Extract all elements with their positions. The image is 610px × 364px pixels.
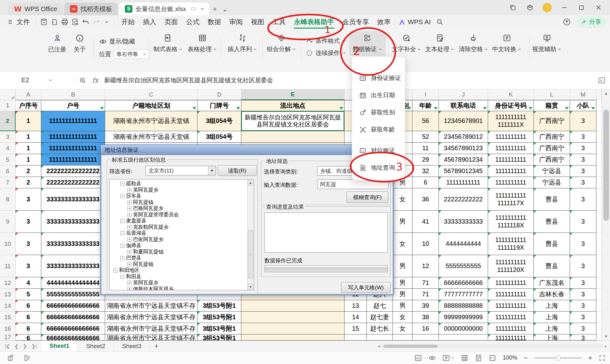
menu-item-获取年龄[interactable]: 获取年龄 <box>352 121 405 138</box>
tree-item-伊斯拉木阿瓦提乡[interactable]: +伊斯拉木阿瓦提乡 <box>111 286 253 291</box>
hscroll-left-icon[interactable]: ◂ <box>378 344 380 348</box>
cell-J5[interactable]: 45678901234 <box>439 154 488 165</box>
cell-K2[interactable]: 1111111111 1111111X <box>488 111 534 131</box>
minimize-button[interactable] <box>558 2 571 13</box>
tree-item-阿瓦提镇[interactable]: +阿瓦提镇 <box>111 199 253 206</box>
cell-M9[interactable]: 3 <box>570 211 596 233</box>
new-tab-button[interactable]: + <box>210 5 219 13</box>
table-process-button[interactable]: 表格处理 <box>188 34 217 53</box>
cell-J16[interactable]: 00000000000 <box>439 323 488 334</box>
menu-tab-开始[interactable]: 开始 <box>117 15 139 29</box>
cell-J7[interactable]: 11111111111 <box>439 177 488 188</box>
cell-M17[interactable]: 3 <box>570 334 596 340</box>
cell-I7[interactable]: 6 <box>412 177 439 188</box>
cell-A5[interactable]: 1 <box>16 154 41 165</box>
cell-n3[interactable] <box>596 131 602 143</box>
cell-B1[interactable]: 户号 <box>41 100 105 111</box>
insert-sequence-button[interactable]: 插入序列 <box>228 34 257 53</box>
cell-L1[interactable]: 籍贯 <box>534 100 570 111</box>
filter-arrow-icon[interactable] <box>591 107 595 110</box>
cell-L7[interactable]: 宁远县 <box>534 177 570 188</box>
row-header-5[interactable]: 5 <box>0 154 16 165</box>
expand-box-icon[interactable]: + <box>127 206 131 211</box>
cell-B6[interactable]: 222222222222222 <box>41 165 105 177</box>
cell-J17[interactable] <box>439 334 488 340</box>
collapse-box-icon[interactable]: − <box>120 182 124 186</box>
data-validate-button[interactable]: 数据验证 <box>349 31 386 56</box>
fullscreen-icon[interactable] <box>599 354 606 361</box>
cell-I16[interactable]: 16 <box>412 323 439 334</box>
redo-icon[interactable] <box>91 17 101 27</box>
row-header-15[interactable]: 15 <box>0 312 16 323</box>
row-header-9[interactable]: 9 <box>0 211 16 233</box>
region-tree[interactable]: −疏勒县+英阿瓦提乡−莎车县+阿瓦提镇+巴格阿瓦提乡+英阿瓦提管理委员会−麦盖提… <box>109 179 254 290</box>
cell-J12[interactable]: 66666666666 <box>439 277 488 289</box>
cell-M8[interactable]: 3 <box>570 188 596 211</box>
cell-K3[interactable]: 1111111111 <box>488 131 534 143</box>
vertical-scrollbar[interactable]: ▲▼ <box>602 89 610 340</box>
cell-K11[interactable]: 1111111111 1111120X <box>488 255 534 277</box>
clear-space-button[interactable]: 清除空格 <box>459 34 488 53</box>
cell-H9[interactable]: 男 <box>393 211 412 233</box>
cell-K6[interactable]: 1111111111 <box>488 165 534 177</box>
cell-D17[interactable]: 3组53号附1 <box>198 334 241 340</box>
cell-D3[interactable]: 3组054号 <box>198 131 241 143</box>
province-combo[interactable]: 北京市(11)▼ <box>145 166 216 175</box>
column-header-I[interactable]: I <box>412 89 439 100</box>
cell-n2[interactable] <box>596 111 602 131</box>
cell-I5[interactable]: 29 <box>412 154 439 165</box>
last-sheet-icon[interactable]: ❯| <box>30 343 38 349</box>
zoom-slider[interactable] <box>534 357 582 359</box>
tree-item-麦盖提县[interactable]: −麦盖提县 <box>111 218 253 224</box>
sheet-tab-Sheet1[interactable]: Sheet1 <box>41 340 78 351</box>
cell-M12[interactable]: 3 <box>570 277 596 289</box>
expand-box-icon[interactable]: + <box>127 262 131 266</box>
filter-arrow-icon[interactable] <box>192 107 196 110</box>
cell-n1[interactable] <box>596 100 602 111</box>
cell-B2[interactable]: 111111111111111 <box>41 111 105 131</box>
add-sheet-button[interactable]: + <box>150 342 163 350</box>
cell-B10[interactable]: 333333333333333 <box>41 233 105 255</box>
cell-A11[interactable]: 3 <box>16 255 41 277</box>
vscroll-down-icon[interactable]: ▼ <box>602 332 610 340</box>
cell-F17[interactable] <box>345 334 367 340</box>
cell-A8[interactable]: 3 <box>16 188 41 211</box>
cell-B16[interactable]: 666666666666666 <box>41 323 105 334</box>
cell-C14[interactable]: 湖南省永州市宁远县天堂镇不存 <box>105 300 198 312</box>
cell-M15[interactable]: 3 <box>570 312 596 323</box>
cell-I4[interactable]: 11 <box>412 143 439 154</box>
row-header-2[interactable]: 2 <box>0 111 16 131</box>
tree-item-巴依阿瓦提乡[interactable]: +巴依阿瓦提乡 <box>111 237 253 243</box>
search-icon[interactable] <box>434 17 445 27</box>
menu-item-获取性别[interactable]: 获取性别 <box>352 104 405 121</box>
select-all-corner[interactable] <box>0 89 16 100</box>
cell-D16[interactable]: 3组53号附1 <box>198 323 241 334</box>
user-avatar[interactable] <box>541 2 553 13</box>
dialog-title[interactable]: 地址信息验证 <box>101 145 393 155</box>
cell-M1[interactable]: 小队 <box>570 100 596 111</box>
cell-J13[interactable]: 77777777777 <box>439 289 488 300</box>
cell-n8[interactable] <box>596 188 602 211</box>
wps-ai-button[interactable]: WPS AI <box>395 18 434 26</box>
cell-I2[interactable]: 56 <box>412 111 439 131</box>
cell-n14[interactable] <box>596 300 602 312</box>
cell-E17[interactable] <box>241 334 345 340</box>
menu-item-出生日期[interactable]: 出生日期 <box>352 87 405 104</box>
cell-H16[interactable]: 女 <box>393 323 412 334</box>
cell-n11[interactable] <box>596 255 602 277</box>
cell-D14[interactable]: 3组53号附1 <box>198 300 241 312</box>
cell-M11[interactable]: 3 <box>570 255 596 277</box>
tree-item-伽师县[interactable]: −伽师县 <box>111 243 253 249</box>
cell-M6[interactable]: 3 <box>570 165 596 177</box>
cell-L15[interactable]: 上海 <box>534 312 570 323</box>
cell-M2[interactable]: 3 <box>570 111 596 131</box>
menu-tab-视图[interactable]: 视图 <box>247 15 268 29</box>
cell-K14[interactable]: 1111111111 <box>488 300 534 312</box>
cell-n10[interactable] <box>596 233 602 255</box>
row-header-10[interactable]: 10 <box>0 233 16 255</box>
cell-J14[interactable]: 88888888888 <box>439 300 488 312</box>
filter-arrow-icon[interactable] <box>434 107 438 110</box>
insights-icon[interactable] <box>414 354 422 362</box>
cell-H12[interactable]: 男 <box>393 277 412 289</box>
cell-M4[interactable]: 3 <box>570 143 596 154</box>
